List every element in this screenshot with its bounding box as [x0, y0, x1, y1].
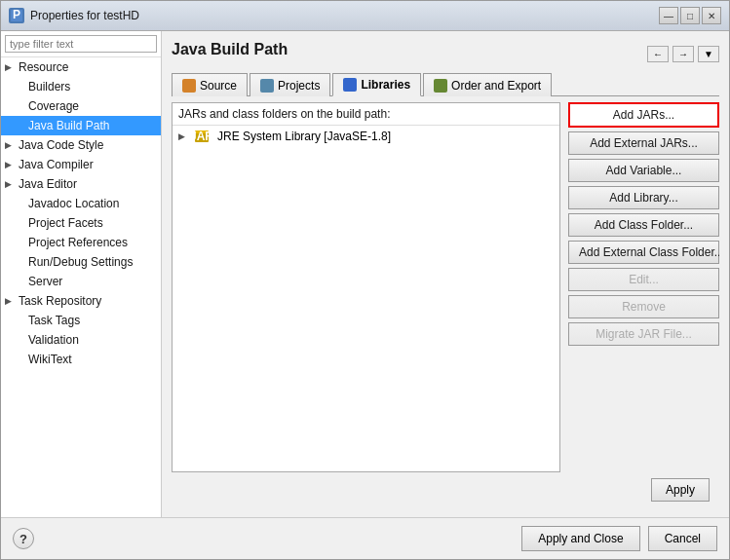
help-button[interactable]: ?: [13, 528, 34, 549]
sidebar-item[interactable]: Java Build Path: [1, 116, 161, 135]
tab-icon: [260, 79, 274, 93]
footer-right: Apply and Close Cancel: [521, 526, 717, 551]
jars-label: JARs and class folders on the build path…: [173, 103, 559, 125]
main-header: Java Build Path ← → ▼: [172, 41, 719, 66]
apply-button[interactable]: Apply: [651, 478, 710, 502]
tab-icon: [182, 79, 196, 93]
svg-text:JAR: JAR: [194, 130, 210, 143]
sidebar-item-label: Coverage: [28, 99, 79, 113]
dialog-icon: P: [9, 8, 24, 23]
filter-box[interactable]: [1, 31, 161, 57]
sidebar-item[interactable]: ▶Java Code Style: [1, 135, 161, 155]
tab-label: Order and Export: [451, 79, 541, 93]
tab-icon: [434, 79, 447, 93]
sidebar-item-label: Java Editor: [19, 177, 77, 191]
sidebar-item[interactable]: Server: [1, 272, 161, 291]
properties-dialog: P Properties for testHD — □ ✕ ▶ResourceB…: [0, 0, 730, 560]
sidebar-item-label: Server: [28, 275, 62, 288]
sidebar-item[interactable]: ▶Java Editor: [1, 174, 161, 194]
sidebar-item[interactable]: Project References: [1, 233, 161, 252]
chevron-right-icon: ▶: [5, 179, 15, 189]
action-button[interactable]: Add Class Folder...: [568, 213, 719, 237]
sidebar-item-label: Javadoc Location: [28, 197, 119, 210]
bottom-bar: Apply: [172, 472, 719, 507]
close-button[interactable]: ✕: [702, 7, 721, 24]
sidebar-item-label: Java Compiler: [19, 158, 94, 171]
action-button[interactable]: Add JARs...: [568, 102, 719, 128]
sidebar-item-label: Project Facets: [28, 216, 103, 230]
jar-icon: JAR: [194, 129, 210, 144]
sidebar-item-label: WikiText: [28, 353, 72, 366]
nav-dropdown-button[interactable]: ▼: [698, 46, 719, 62]
title-bar: P Properties for testHD — □ ✕: [1, 1, 729, 31]
dialog-footer: ? Apply and Close Cancel: [1, 517, 729, 559]
chevron-right-icon: ▶: [178, 131, 190, 141]
sidebar-item-label: Validation: [28, 333, 79, 347]
main-content: Java Build Path ← → ▼ SourceProjectsLibr…: [162, 31, 729, 517]
sidebar-item[interactable]: Project Facets: [1, 213, 161, 233]
window-controls: — □ ✕: [659, 7, 721, 24]
footer-left: ?: [13, 528, 34, 549]
cancel-button[interactable]: Cancel: [648, 526, 717, 551]
content-area: JARs and class folders on the build path…: [172, 102, 719, 472]
sidebar-items: ▶ResourceBuildersCoverageJava Build Path…: [1, 57, 161, 517]
action-button[interactable]: Add External JARs...: [568, 131, 719, 155]
tab-source[interactable]: Source: [172, 73, 248, 96]
nav-back-button[interactable]: ←: [647, 46, 669, 62]
chevron-right-icon: ▶: [5, 296, 15, 306]
window-title: Properties for testHD: [30, 9, 139, 22]
sidebar-item[interactable]: ▶Java Compiler: [1, 155, 161, 174]
sidebar-item[interactable]: WikiText: [1, 350, 161, 369]
sidebar: ▶ResourceBuildersCoverageJava Build Path…: [1, 31, 162, 517]
tab-label: Source: [200, 79, 237, 93]
tab-label: Libraries: [361, 78, 410, 92]
sidebar-item-label: Java Build Path: [28, 119, 109, 132]
sidebar-item-label: Builders: [28, 80, 70, 93]
minimize-button[interactable]: —: [659, 7, 678, 24]
apply-and-close-button[interactable]: Apply and Close: [521, 526, 639, 551]
jar-item-label: JRE System Library [JavaSE-1.8]: [217, 130, 391, 143]
chevron-right-icon: ▶: [5, 62, 15, 72]
sidebar-item[interactable]: Builders: [1, 77, 161, 96]
sidebar-item[interactable]: ▶Resource: [1, 57, 161, 77]
action-button[interactable]: Add Library...: [568, 186, 719, 209]
title-bar-left: P Properties for testHD: [9, 8, 139, 23]
nav-forward-button[interactable]: →: [672, 46, 694, 62]
sidebar-item-label: Task Tags: [28, 314, 80, 327]
chevron-right-icon: ▶: [5, 140, 15, 150]
maximize-button[interactable]: □: [680, 7, 700, 24]
tab-label: Projects: [278, 79, 320, 93]
sidebar-item-label: Java Code Style: [19, 138, 103, 152]
sidebar-item[interactable]: Validation: [1, 330, 161, 350]
action-button: Migrate JAR File...: [568, 322, 719, 346]
action-button: Remove: [568, 295, 719, 318]
sidebar-item-label: Resource: [19, 60, 68, 74]
sidebar-item[interactable]: Coverage: [1, 96, 161, 116]
buttons-panel: Add JARs...Add External JARs...Add Varia…: [568, 102, 719, 472]
sidebar-item[interactable]: ▶Task Repository: [1, 291, 161, 311]
page-title: Java Build Path: [172, 41, 288, 58]
sidebar-item[interactable]: Run/Debug Settings: [1, 252, 161, 272]
tab-icon: [343, 78, 357, 92]
jar-list-item[interactable]: ▶ JAR JRE System Library [JavaSE-1.8]: [173, 126, 559, 147]
action-button: Edit...: [568, 268, 719, 291]
dialog-body: ▶ResourceBuildersCoverageJava Build Path…: [1, 31, 729, 517]
action-button[interactable]: Add External Class Folder...: [568, 241, 719, 264]
svg-text:P: P: [13, 9, 20, 21]
sidebar-item-label: Project References: [28, 236, 128, 249]
tabs-bar: SourceProjectsLibrariesOrder and Export: [172, 72, 719, 96]
chevron-right-icon: ▶: [5, 160, 15, 169]
jars-list[interactable]: ▶ JAR JRE System Library [JavaSE-1.8]: [173, 125, 559, 471]
sidebar-item[interactable]: Javadoc Location: [1, 194, 161, 213]
action-button[interactable]: Add Variable...: [568, 159, 719, 182]
sidebar-item-label: Task Repository: [19, 294, 101, 308]
tab-projects[interactable]: Projects: [250, 73, 330, 96]
jars-panel: JARs and class folders on the build path…: [172, 102, 560, 472]
sidebar-item-label: Run/Debug Settings: [28, 255, 133, 269]
tab-libraries[interactable]: Libraries: [332, 73, 421, 96]
filter-input[interactable]: [5, 35, 157, 53]
tab-order-and-export[interactable]: Order and Export: [423, 73, 552, 96]
sidebar-item[interactable]: Task Tags: [1, 311, 161, 330]
